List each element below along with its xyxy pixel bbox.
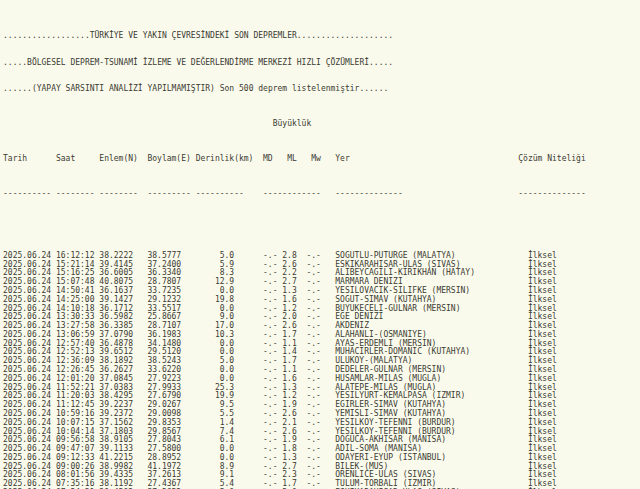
column-header-time: Saat <box>56 155 99 164</box>
column-header-date: Tarih <box>3 155 56 164</box>
table-header-ruler: ----------------------------------------… <box>3 190 640 199</box>
ruler-longitude: --------- <box>147 190 195 199</box>
column-header-quality: Çözüm Niteliği <box>518 155 585 164</box>
ruler-magnitudes: ------------ <box>263 190 335 199</box>
earthquake-table: 2025.06.2416:12:1238.222238.57775.0-.-2.… <box>3 226 640 489</box>
ruler-time: -------- <box>56 190 99 199</box>
page-note: ......(YAPAY SARSINTI ANALİZİ YAPILMAMIŞ… <box>3 85 640 94</box>
column-header-mw: Mw <box>311 155 335 164</box>
column-header-latitude: Enlem(N) <box>99 155 147 164</box>
table-header-row: TarihSaatEnlem(N)Boylam(E)Derinlik(km)MD… <box>3 155 640 164</box>
column-header-place: Yer <box>335 155 518 164</box>
ruler-date: ---------- <box>3 190 56 199</box>
ruler-depth: ---------- <box>196 190 263 199</box>
page-subtitle: .....BÖLGESEL DEPREM-TSUNAMİ İZLEME VE D… <box>3 59 640 68</box>
ruler-quality: -------------- <box>518 190 585 199</box>
column-header-longitude: Boylam(E) <box>147 155 195 164</box>
column-header-depth: Derinlik(km) <box>196 155 263 164</box>
magnitude-group-label: Büyüklük <box>3 120 640 129</box>
ruler-latitude: -------- <box>99 190 147 199</box>
ruler-place: -------------- <box>335 190 518 199</box>
earthquake-list-page: ..................TÜRKİYE VE YAKIN ÇEVRE… <box>0 0 640 489</box>
page-title: ..................TÜRKİYE VE YAKIN ÇEVRE… <box>3 32 640 41</box>
column-header-ml: ML <box>287 155 311 164</box>
column-header-md: MD <box>263 155 287 164</box>
